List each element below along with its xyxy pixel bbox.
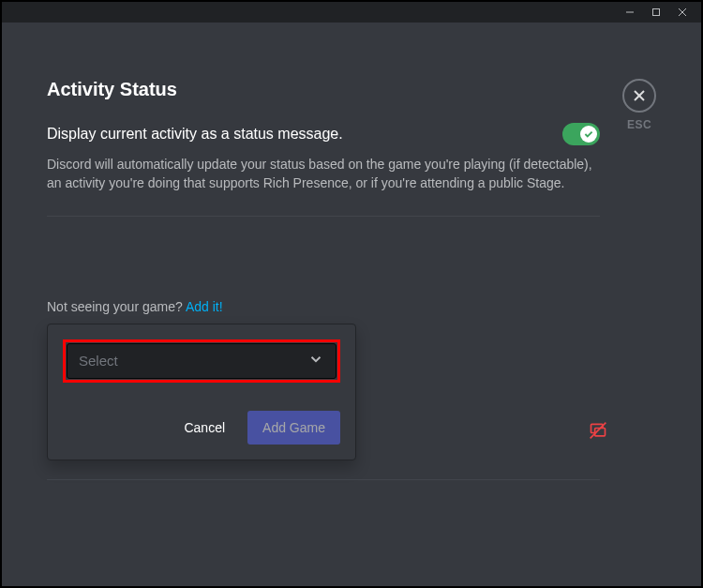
- activity-status-setting: Display current activity as a status mes…: [47, 123, 600, 145]
- window-frame: ESC Activity Status Display current acti…: [0, 0, 703, 588]
- esc-label: ESC: [622, 118, 656, 131]
- overlay-disabled-icon: [589, 421, 607, 440]
- setting-description: Discord will automatically update your s…: [47, 155, 600, 193]
- game-select-dropdown[interactable]: Select: [67, 343, 337, 379]
- close-settings-button[interactable]: [622, 79, 656, 113]
- cancel-button[interactable]: Cancel: [169, 411, 240, 445]
- add-game-button[interactable]: Add Game: [247, 411, 340, 445]
- select-placeholder: Select: [79, 353, 118, 369]
- hint-text: Not seeing your game?: [47, 299, 186, 314]
- settings-page: ESC Activity Status Display current acti…: [2, 23, 701, 586]
- divider: [47, 479, 600, 480]
- setting-label: Display current activity as a status mes…: [47, 126, 343, 143]
- page-title: Activity Status: [47, 79, 600, 100]
- popout-actions: Cancel Add Game: [63, 411, 340, 445]
- select-highlight: Select: [63, 339, 340, 383]
- activity-status-toggle[interactable]: [562, 123, 600, 145]
- add-game-link[interactable]: Add it!: [186, 299, 223, 314]
- divider: [47, 216, 600, 217]
- chevron-down-icon: [307, 351, 324, 371]
- svg-rect-1: [653, 9, 660, 16]
- maximize-button[interactable]: [643, 2, 669, 23]
- window-close-button[interactable]: [669, 2, 696, 23]
- add-game-popout: Select Cancel Add Game: [47, 324, 356, 460]
- minimize-button[interactable]: [617, 2, 643, 23]
- add-game-hint: Not seeing your game? Add it!: [47, 299, 600, 314]
- toggle-knob: [580, 126, 597, 143]
- titlebar: [2, 2, 701, 23]
